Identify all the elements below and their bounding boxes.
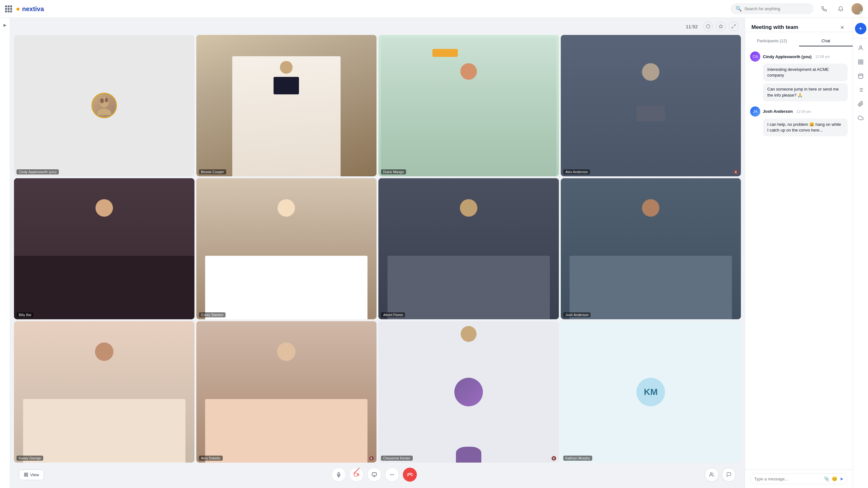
collapse-arrow-icon: ▶ [3, 23, 6, 27]
video-grid: Cindy Applesworth (you) Bessie Cooper [14, 35, 741, 463]
svg-point-8 [105, 98, 108, 102]
josh-msg-sender: Josh Anderson [763, 109, 793, 114]
pin-icon[interactable] [716, 22, 726, 31]
svg-rect-29 [859, 74, 863, 79]
cloud-icon[interactable] [855, 112, 866, 124]
close-chat-button[interactable]: ✕ [837, 23, 846, 32]
svg-point-7 [100, 98, 104, 103]
billy-name-label: Billy Bai [17, 312, 33, 317]
nav-right: 🔍 [731, 3, 863, 14]
video-cell-alex[interactable]: Alex Anderson 🔇 [561, 35, 741, 176]
chat-tabs: Participants (12) Chat [745, 36, 853, 47]
phone-icon[interactable] [818, 3, 830, 14]
video-cell-josh[interactable]: Josh Anderson [561, 178, 741, 319]
video-cell-corey[interactable]: Corey Stanton [196, 178, 377, 319]
attach-icon[interactable]: 📎 [824, 476, 829, 481]
share-screen-button[interactable] [367, 468, 381, 482]
svg-rect-25 [859, 60, 860, 61]
notification-icon[interactable] [835, 3, 846, 14]
camera-button[interactable] [349, 468, 364, 482]
alex-muted-icon: 🔇 [733, 170, 738, 175]
meeting-controls: View [14, 465, 741, 484]
far-right-sidebar: + [853, 18, 868, 488]
chat-title: Meeting with team [751, 24, 798, 30]
expand-icon[interactable] [729, 22, 738, 31]
kathryn-initials: KM [644, 387, 658, 397]
info-icon[interactable] [704, 22, 713, 31]
search-box[interactable]: 🔍 [731, 3, 813, 14]
meeting-time: 11:52 [686, 24, 698, 29]
more-options-button[interactable] [385, 468, 399, 482]
end-call-button[interactable] [403, 468, 417, 482]
search-input[interactable] [744, 6, 809, 11]
contacts-icon[interactable] [855, 42, 866, 54]
cindy-name-label: Cindy Applesworth (you) [17, 169, 59, 175]
chat-header: Meeting with team ✕ [745, 18, 853, 32]
kasey-video [14, 321, 194, 463]
cheyenne-muted-icon: 🔇 [551, 456, 556, 461]
nav-left: ● nextiva [5, 5, 44, 13]
josh-video [561, 178, 741, 319]
cindy-msg-time: 12:08 pm [815, 55, 830, 58]
chat-message-input[interactable] [754, 477, 821, 481]
emoji-icon[interactable]: 😊 [832, 476, 837, 481]
alex-video [561, 35, 741, 176]
view-button[interactable]: View [19, 469, 44, 480]
svg-rect-10 [26, 473, 28, 474]
video-cell-kathryn[interactable]: KM Kathryn Murphy [561, 321, 741, 463]
albert-name-label: Albert Flores [381, 312, 405, 317]
video-cell-cindy[interactable]: Cindy Applesworth (you) [14, 35, 194, 176]
svg-point-6 [97, 109, 111, 115]
cheyenne-name-label: Cheyenne Kenter [381, 456, 413, 461]
user-avatar[interactable] [851, 3, 863, 14]
chat-input-area: 📎 😊 ➤ [745, 469, 853, 488]
video-cell-albert[interactable]: Albert Flores [378, 178, 559, 319]
dulce-name-label: Dulce Mango [381, 169, 406, 175]
grid-layout-icon[interactable] [855, 56, 866, 68]
tasks-icon[interactable] [855, 84, 866, 96]
add-button[interactable]: + [855, 23, 866, 34]
corey-name-label: Corey Stanton [199, 312, 225, 317]
video-cell-cheyenne[interactable]: Cheyenne Kenter 🔇 [378, 321, 559, 463]
svg-rect-26 [861, 60, 863, 61]
svg-rect-9 [25, 473, 26, 474]
sidebar-toggle[interactable]: ▶ [0, 18, 10, 488]
calendar-icon[interactable] [855, 70, 866, 82]
mute-button[interactable] [332, 468, 346, 482]
svg-line-4 [732, 27, 733, 28]
video-cell-dulce[interactable]: Dulce Mango [378, 35, 559, 176]
video-cell-billy[interactable]: Billy Bai [14, 178, 194, 319]
cindy-avatar [92, 93, 117, 118]
grid-menu-icon[interactable] [5, 5, 12, 12]
svg-marker-15 [358, 474, 359, 476]
search-icon: 🔍 [736, 6, 742, 12]
chat-messages: CA Cindy Applesworth (you) 12:08 pm Inte… [745, 47, 853, 469]
send-icon[interactable]: ➤ [840, 476, 843, 481]
cindy-msg-bubble-2: Can someone jump in here or send me the … [763, 83, 848, 101]
svg-rect-16 [354, 473, 358, 476]
attachment-sidebar-icon[interactable] [855, 98, 866, 110]
sender-row-josh: JA Josh Anderson 12:09 pm [750, 106, 848, 117]
view-grid-icon [24, 472, 28, 477]
kasey-name-label: Kasey George [17, 456, 43, 461]
josh-name-label: Josh Anderson [563, 312, 591, 317]
svg-rect-17 [372, 473, 376, 476]
call-controls [332, 468, 417, 482]
josh-msg-avatar: JA [750, 106, 760, 117]
billy-video [14, 178, 194, 319]
albert-video [378, 178, 559, 319]
video-cell-bessie[interactable]: Bessie Cooper [196, 35, 377, 176]
amy-muted-icon: 🔇 [369, 456, 374, 461]
bessie-name-label: Bessie Cooper [199, 169, 226, 175]
cindy-msg-sender: Cindy Applesworth (you) [763, 54, 811, 59]
sidebar-divider [853, 38, 868, 38]
participants-button[interactable] [705, 468, 719, 482]
video-cell-kasey[interactable]: Kasey George [14, 321, 194, 463]
svg-point-24 [860, 46, 862, 48]
tab-participants[interactable]: Participants (12) [745, 36, 799, 47]
video-cell-amy[interactable]: Amy Dokidis 🔇 [196, 321, 377, 463]
tab-chat[interactable]: Chat [799, 36, 853, 47]
chat-panel: Meeting with team ✕ Participants (12) Ch… [745, 18, 853, 488]
chat-button[interactable] [722, 468, 736, 482]
svg-point-23 [710, 473, 712, 474]
